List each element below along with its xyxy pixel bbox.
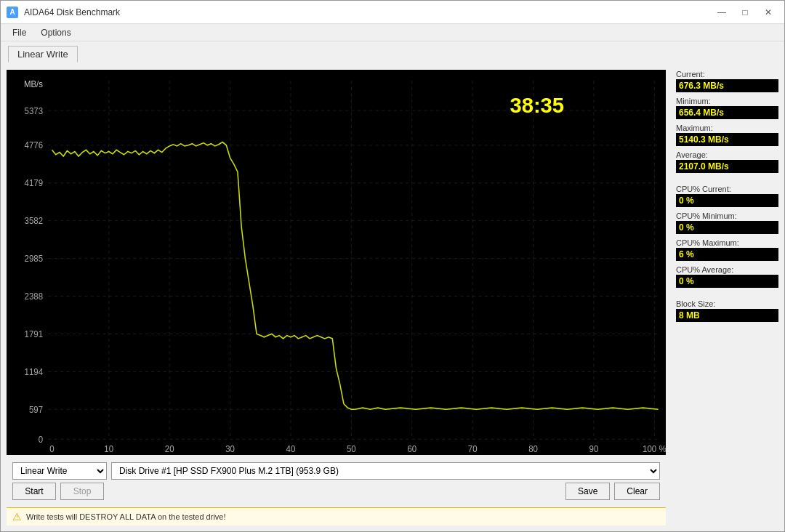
clear-button[interactable]: Clear bbox=[614, 483, 660, 500]
stat-cpu-minimum-value: 0 % bbox=[676, 221, 778, 234]
stat-minimum: Minimum: 656.4 MB/s bbox=[676, 97, 778, 119]
stat-cpu-current: CPU% Current: 0 % bbox=[676, 185, 778, 207]
warning-icon: ⚠ bbox=[12, 511, 22, 523]
stat-cpu-minimum-label: CPU% Minimum: bbox=[676, 211, 778, 220]
svg-text:60: 60 bbox=[407, 443, 416, 453]
title-bar: A AIDA64 Disk Benchmark — □ ✕ bbox=[1, 1, 784, 24]
minimize-button[interactable]: — bbox=[712, 5, 732, 20]
svg-text:3582: 3582 bbox=[25, 216, 43, 225]
app-icon: A bbox=[7, 7, 18, 18]
stat-cpu-minimum: CPU% Minimum: 0 % bbox=[676, 211, 778, 234]
disk-select[interactable]: Disk Drive #1 [HP SSD FX900 Plus M.2 1TB… bbox=[111, 462, 660, 480]
svg-text:40: 40 bbox=[286, 443, 296, 453]
bottom-controls: Linear Write Linear Read Random Read Ran… bbox=[7, 459, 666, 503]
chart-container: MB/s 5373 4776 4179 3582 2985 2388 1791 … bbox=[7, 70, 666, 455]
maximize-button[interactable]: □ bbox=[735, 5, 755, 20]
svg-text:1791: 1791 bbox=[25, 329, 43, 339]
stat-average-label: Average: bbox=[676, 150, 778, 159]
stat-cpu-average: CPU% Average: 0 % bbox=[676, 265, 778, 288]
stat-block-size-value: 8 MB bbox=[676, 309, 778, 322]
stat-block-size: Block Size: 8 MB bbox=[676, 299, 778, 322]
svg-text:2985: 2985 bbox=[25, 254, 43, 263]
stat-current: Current: 676.3 MB/s bbox=[676, 70, 778, 92]
stat-maximum: Maximum: 5140.3 MB/s bbox=[676, 124, 778, 146]
svg-text:10: 10 bbox=[104, 443, 113, 453]
window-title: AIDA64 Disk Benchmark bbox=[24, 7, 120, 17]
svg-text:597: 597 bbox=[29, 404, 43, 414]
svg-text:2388: 2388 bbox=[25, 291, 43, 301]
svg-text:100 %: 100 % bbox=[643, 443, 666, 453]
stat-minimum-label: Minimum: bbox=[676, 97, 778, 105]
svg-text:1194: 1194 bbox=[25, 366, 44, 376]
stat-cpu-current-label: CPU% Current: bbox=[676, 185, 778, 193]
main-panel: MB/s 5373 4776 4179 3582 2985 2388 1791 … bbox=[1, 64, 672, 531]
stat-cpu-maximum-value: 6 % bbox=[676, 248, 778, 261]
stat-average: Average: 2107.0 MB/s bbox=[676, 150, 778, 173]
stat-cpu-maximum-label: CPU% Maximum: bbox=[676, 238, 778, 247]
stat-current-value: 676.3 MB/s bbox=[676, 79, 778, 92]
svg-text:20: 20 bbox=[165, 443, 174, 453]
svg-text:50: 50 bbox=[347, 443, 356, 453]
svg-text:38:35: 38:35 bbox=[510, 93, 564, 118]
tab-linear-write[interactable]: Linear Write bbox=[8, 46, 78, 63]
stop-button[interactable]: Stop bbox=[60, 483, 104, 500]
tab-area: Linear Write bbox=[1, 41, 784, 64]
svg-text:70: 70 bbox=[468, 443, 478, 453]
stat-cpu-current-value: 0 % bbox=[676, 194, 778, 207]
close-button[interactable]: ✕ bbox=[758, 5, 778, 20]
window-controls: — □ ✕ bbox=[712, 5, 778, 20]
start-button[interactable]: Start bbox=[12, 483, 56, 500]
content-area: MB/s 5373 4776 4179 3582 2985 2388 1791 … bbox=[1, 64, 784, 531]
stat-maximum-value: 5140.3 MB/s bbox=[676, 133, 778, 146]
stat-minimum-value: 656.4 MB/s bbox=[676, 106, 778, 119]
menu-options[interactable]: Options bbox=[35, 26, 76, 39]
menu-bar: File Options bbox=[1, 24, 784, 41]
main-window: A AIDA64 Disk Benchmark — □ ✕ File Optio… bbox=[0, 0, 785, 532]
svg-text:4179: 4179 bbox=[25, 178, 43, 188]
svg-text:4776: 4776 bbox=[25, 140, 43, 150]
stat-cpu-average-value: 0 % bbox=[676, 275, 778, 288]
svg-rect-0 bbox=[7, 70, 666, 455]
controls-row2: Start Stop Save Clear bbox=[12, 483, 660, 500]
chart-svg: MB/s 5373 4776 4179 3582 2985 2388 1791 … bbox=[7, 70, 666, 455]
stat-block-size-label: Block Size: bbox=[676, 299, 778, 308]
test-type-select[interactable]: Linear Write Linear Read Random Read Ran… bbox=[12, 462, 107, 480]
svg-text:0: 0 bbox=[49, 443, 55, 453]
warning-bar: ⚠ Write tests will DESTROY ALL DATA on t… bbox=[7, 507, 666, 525]
stat-maximum-label: Maximum: bbox=[676, 124, 778, 132]
menu-file[interactable]: File bbox=[7, 26, 32, 39]
svg-text:5373: 5373 bbox=[25, 105, 43, 115]
svg-text:90: 90 bbox=[589, 443, 599, 453]
svg-text:80: 80 bbox=[528, 443, 538, 453]
title-bar-left: A AIDA64 Disk Benchmark bbox=[7, 7, 120, 18]
stat-cpu-maximum: CPU% Maximum: 6 % bbox=[676, 238, 778, 261]
right-panel: Current: 676.3 MB/s Minimum: 656.4 MB/s … bbox=[672, 64, 784, 531]
controls-row1: Linear Write Linear Read Random Read Ran… bbox=[12, 462, 660, 480]
stat-cpu-average-label: CPU% Average: bbox=[676, 265, 778, 274]
stat-average-value: 2107.0 MB/s bbox=[676, 160, 778, 173]
svg-text:30: 30 bbox=[225, 443, 235, 453]
warning-text: Write tests will DESTROY ALL DATA on the… bbox=[26, 512, 226, 521]
stat-current-label: Current: bbox=[676, 70, 778, 78]
save-button[interactable]: Save bbox=[565, 483, 610, 500]
svg-text:0: 0 bbox=[39, 434, 44, 443]
svg-text:MB/s: MB/s bbox=[24, 79, 43, 89]
